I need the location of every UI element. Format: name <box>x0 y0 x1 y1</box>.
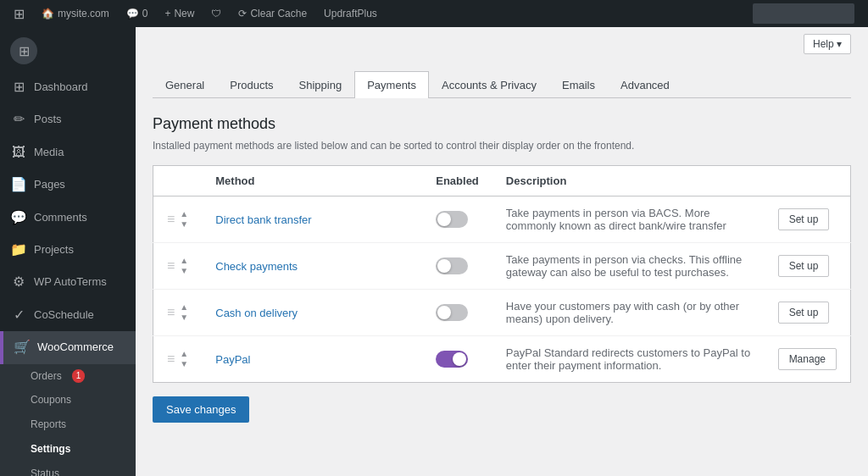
th-drag <box>153 166 203 196</box>
method-name-link-1[interactable]: Direct bank transfer <box>215 213 311 226</box>
sort-up-4[interactable]: ▲ <box>180 350 188 358</box>
action-button-3[interactable]: Set up <box>778 302 830 324</box>
method-name-cell-2: Check payments <box>202 243 422 290</box>
help-button[interactable]: Help ▾ <box>804 34 851 54</box>
desc-cell-2: Take payments in person via checks. This… <box>492 243 765 290</box>
sidebar-label-coschedule: CoSchedule <box>34 307 94 323</box>
sort-down-4[interactable]: ▼ <box>180 360 188 368</box>
comments-item[interactable]: 💬 0 <box>120 8 155 19</box>
action-cell-2: Set up <box>765 243 851 290</box>
drag-handle-2[interactable]: ≡ <box>167 258 175 274</box>
posts-icon: ✏ <box>10 110 27 129</box>
row-controls-2: ≡ ▲ ▼ <box>167 257 188 275</box>
action-button-2[interactable]: Set up <box>778 255 830 277</box>
sidebar: ⊞ ⊞ Dashboard ✏ Posts 🖼 Media 📄 Pages 💬 … <box>0 27 136 476</box>
tab-advanced[interactable]: Advanced <box>608 71 682 98</box>
sidebar-label-projects: Projects <box>34 242 74 257</box>
drag-handle-4[interactable]: ≡ <box>167 351 175 367</box>
sidebar-item-status[interactable]: Status <box>0 462 136 476</box>
waf-item[interactable]: 🛡 <box>204 8 228 19</box>
sidebar-label-posts: Posts <box>34 112 62 127</box>
action-cell-3: Set up <box>765 290 851 336</box>
sidebar-item-posts[interactable]: ✏ Posts <box>0 103 136 136</box>
sort-up-1[interactable]: ▲ <box>180 210 188 219</box>
wp-icon: ⊞ <box>14 6 25 22</box>
table-row: ≡ ▲ ▼ Direct bank transfer <box>153 196 851 243</box>
clear-cache-item[interactable]: ⟳ Clear Cache <box>231 8 314 19</box>
orders-label: Orders <box>31 369 62 384</box>
toggle-4[interactable] <box>436 351 468 368</box>
sidebar-item-dashboard[interactable]: ⊞ Dashboard <box>0 71 136 103</box>
sidebar-item-coschedule[interactable]: ✓ CoSchedule <box>0 299 136 331</box>
th-enabled: Enabled <box>422 166 492 196</box>
sort-arrows-1: ▲ ▼ <box>180 210 188 229</box>
method-name-link-4[interactable]: PayPal <box>215 353 250 366</box>
method-name-link-3[interactable]: Cash on delivery <box>215 307 298 319</box>
updraft-item[interactable]: UpdraftPlus <box>317 8 384 19</box>
new-item[interactable]: + New <box>158 8 201 19</box>
enabled-cell-4 <box>422 336 492 383</box>
drag-cell-4: ≡ ▲ ▼ <box>153 336 203 383</box>
sidebar-label-autoterms: WP AutoTerms <box>34 274 107 290</box>
table-row: ≡ ▲ ▼ Cash on delivery <box>153 290 851 336</box>
toggle-2[interactable] <box>436 257 468 274</box>
site-name-label: mysite.com <box>58 8 109 19</box>
tab-accounts[interactable]: Accounts & Privacy <box>429 71 549 98</box>
wp-logo-item[interactable]: ⊞ <box>7 6 31 22</box>
admin-bar-right <box>753 3 861 24</box>
method-name-link-2[interactable]: Check payments <box>215 260 298 273</box>
sidebar-item-woocommerce[interactable]: 🛒 WooCommerce <box>0 331 136 363</box>
sidebar-item-projects[interactable]: 📁 Projects <box>0 234 136 266</box>
desc-cell-4: PayPal Standard redirects customers to P… <box>492 336 765 383</box>
sidebar-label-media: Media <box>34 145 64 160</box>
method-name-cell-4: PayPal <box>202 336 422 383</box>
sort-up-2[interactable]: ▲ <box>180 257 188 265</box>
updraft-label: UpdraftPlus <box>324 8 377 19</box>
tab-shipping[interactable]: Shipping <box>287 71 355 98</box>
sidebar-item-autoterms[interactable]: ⚙ WP AutoTerms <box>0 266 136 298</box>
drag-handle-3[interactable]: ≡ <box>167 305 175 320</box>
sidebar-item-comments[interactable]: 💬 Comments <box>0 202 136 234</box>
sort-down-3[interactable]: ▼ <box>180 313 188 322</box>
tab-payments[interactable]: Payments <box>354 71 429 98</box>
reports-label: Reports <box>31 418 66 432</box>
method-name-cell-1: Direct bank transfer <box>202 196 422 243</box>
settings-label: Settings <box>31 442 70 457</box>
tab-emails[interactable]: Emails <box>549 71 608 98</box>
tab-products[interactable]: Products <box>217 71 286 98</box>
page-description: Installed payment methods are listed bel… <box>153 140 851 152</box>
sidebar-item-media[interactable]: 🖼 Media <box>0 136 136 169</box>
status-label: Status <box>31 467 59 476</box>
action-button-1[interactable]: Set up <box>778 208 830 230</box>
save-button[interactable]: Save changes <box>153 396 249 423</box>
new-label: New <box>174 8 194 19</box>
tab-general[interactable]: General <box>153 71 217 98</box>
coschedule-icon: ✓ <box>10 306 27 324</box>
toggle-3[interactable] <box>436 304 468 321</box>
action-cell-1: Set up <box>765 196 851 243</box>
site-name-item[interactable]: 🏠 mysite.com <box>35 8 116 19</box>
save-section: Save changes <box>153 383 851 423</box>
sort-up-3[interactable]: ▲ <box>180 303 188 312</box>
sidebar-item-orders[interactable]: Orders 1 <box>0 364 136 389</box>
drag-cell-1: ≡ ▲ ▼ <box>153 196 203 243</box>
sidebar-item-pages[interactable]: 📄 Pages <box>0 169 136 201</box>
sort-down-1[interactable]: ▼ <box>180 220 188 229</box>
desc-cell-3: Have your customers pay with cash (or by… <box>492 290 765 336</box>
sidebar-label-dashboard: Dashboard <box>34 80 88 95</box>
method-name-cell-3: Cash on delivery <box>202 290 422 336</box>
orders-badge: 1 <box>72 369 86 383</box>
toggle-1[interactable] <box>436 211 468 228</box>
page-title: Payment methods <box>153 115 851 133</box>
sidebar-label-woo: WooCommerce <box>37 340 114 355</box>
drag-handle-1[interactable]: ≡ <box>167 212 175 227</box>
sidebar-item-settings[interactable]: Settings <box>0 437 136 462</box>
sort-arrows-3: ▲ ▼ <box>180 303 188 322</box>
sidebar-item-reports[interactable]: Reports <box>0 412 136 437</box>
sidebar-item-coupons[interactable]: Coupons <box>0 388 136 412</box>
table-row: ≡ ▲ ▼ Check payments <box>153 243 851 290</box>
main-content: Help ▾ General Products Shipping Payment… <box>136 27 868 476</box>
action-button-4[interactable]: Manage <box>778 348 837 370</box>
sort-down-2[interactable]: ▼ <box>180 267 188 275</box>
table-row: ≡ ▲ ▼ PayPal <box>153 336 851 383</box>
